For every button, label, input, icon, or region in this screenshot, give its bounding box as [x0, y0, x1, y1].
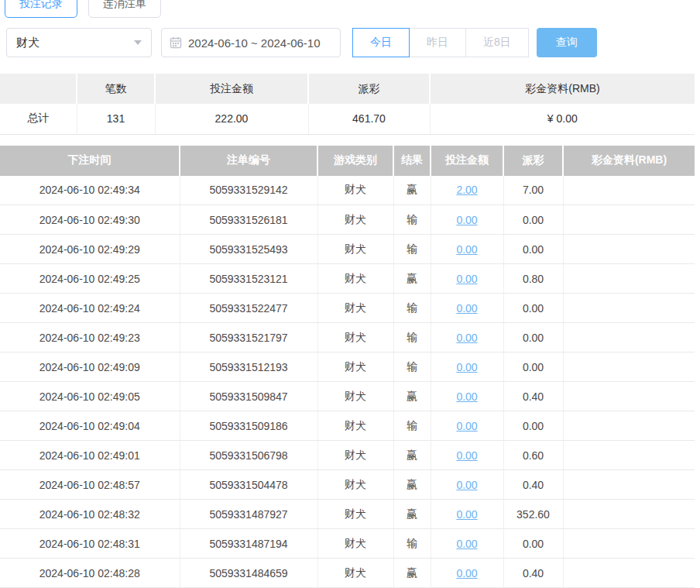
cell-order-id: 5059331484659 [180, 559, 317, 588]
cell-bet-time: 2024-06-10 02:49:04 [0, 411, 180, 441]
cell-bonus [563, 352, 695, 382]
bet-amount-link[interactable]: 0.00 [456, 479, 477, 491]
cell-result: 输 [393, 294, 431, 323]
summary-total-bonus: ¥ 0.00 [430, 104, 695, 134]
bet-amount-link[interactable]: 0.00 [456, 449, 477, 462]
cell-order-id: 5059331529142 [180, 176, 317, 205]
table-row: 2024-06-10 02:48:28 5059331484659 财犬 赢 0… [0, 559, 695, 588]
filter-bar: 财犬 2024-06-10 ~ 2024-06-10 今日 昨日 近8日 查询 [6, 28, 700, 57]
cell-bonus [563, 441, 695, 470]
cell-payout: 0.40 [503, 559, 563, 588]
cell-bonus [563, 500, 695, 529]
cell-bet-time: 2024-06-10 02:49:34 [0, 176, 180, 205]
cell-bet-time: 2024-06-10 02:49:24 [0, 294, 180, 323]
game-select[interactable]: 财犬 [6, 28, 152, 57]
table-row: 2024-06-10 02:49:05 5059331509847 财犬 赢 0… [0, 382, 695, 411]
summary-header-payout: 派彩 [308, 74, 430, 104]
game-select-value: 财犬 [16, 36, 39, 50]
cell-bonus [563, 205, 695, 235]
bet-amount-link[interactable]: 0.00 [456, 508, 477, 521]
quick-date-button-group: 今日 昨日 近8日 [352, 28, 529, 57]
cell-bet-time: 2024-06-10 02:49:09 [0, 352, 180, 382]
yesterday-button[interactable]: 昨日 [409, 28, 466, 57]
summary-total-label: 总计 [0, 104, 77, 134]
bet-amount-link[interactable]: 0.00 [456, 567, 477, 579]
records-header-game: 游戏类别 [317, 146, 393, 176]
cell-game-type: 财犬 [317, 294, 393, 323]
bet-amount-link[interactable]: 0.00 [456, 361, 477, 373]
today-button[interactable]: 今日 [352, 28, 410, 57]
cell-game-type: 财犬 [317, 411, 393, 441]
table-row: 2024-06-10 02:48:57 5059331504478 财犬 赢 0… [0, 470, 695, 500]
cell-payout: 0.00 [503, 235, 563, 264]
summary-total-bet-amount: 222.00 [155, 104, 308, 134]
date-range-input[interactable]: 2024-06-10 ~ 2024-06-10 [161, 28, 341, 57]
summary-total-row: 总计 131 222.00 461.70 ¥ 0.00 [0, 104, 695, 134]
cell-payout: 0.00 [503, 294, 563, 323]
cell-bet-time: 2024-06-10 02:48:28 [0, 559, 180, 588]
cell-bonus [563, 176, 695, 205]
calendar-icon [170, 36, 182, 49]
cell-order-id: 5059331521797 [180, 323, 317, 352]
records-header-bet: 投注金额 [431, 146, 503, 176]
bet-amount-link[interactable]: 0.00 [456, 390, 477, 403]
cell-game-type: 财犬 [317, 323, 393, 352]
cell-result: 输 [393, 529, 431, 559]
cell-bonus [563, 411, 695, 441]
cell-game-type: 财犬 [317, 352, 393, 382]
cell-result: 输 [393, 411, 431, 441]
bet-amount-link[interactable]: 0.00 [456, 243, 477, 256]
cell-result: 赢 [393, 176, 431, 205]
cell-game-type: 财犬 [317, 264, 393, 294]
cell-game-type: 财犬 [317, 176, 393, 205]
summary-total-payout: 461.70 [308, 104, 430, 134]
bet-amount-link[interactable]: 0.00 [456, 302, 477, 315]
cell-bonus [563, 235, 695, 264]
cell-bonus [563, 294, 695, 323]
cell-bet-amount: 0.00 [431, 441, 503, 470]
bet-amount-link[interactable]: 0.00 [456, 538, 477, 550]
cell-order-id: 5059331509186 [180, 411, 317, 441]
tab-bet-records[interactable]: 投注记录 [5, 0, 77, 18]
cell-bet-amount: 0.00 [431, 559, 503, 588]
records-header-payout: 派彩 [503, 146, 563, 176]
cell-bet-amount: 0.00 [431, 470, 503, 500]
cell-bonus [563, 470, 695, 500]
bet-amount-link[interactable]: 0.00 [456, 273, 477, 285]
cell-bet-time: 2024-06-10 02:49:05 [0, 382, 180, 411]
cell-payout: 0.00 [503, 352, 563, 382]
cell-result: 赢 [393, 559, 431, 588]
cell-bet-amount: 0.00 [431, 382, 503, 411]
cell-bet-amount: 2.00 [431, 176, 503, 205]
last-8-days-button[interactable]: 近8日 [465, 28, 529, 57]
cell-bet-amount: 0.00 [431, 411, 503, 441]
table-row: 2024-06-10 02:49:30 5059331526181 财犬 输 0… [0, 205, 695, 235]
cell-bonus [563, 382, 695, 411]
cell-order-id: 5059331509847 [180, 382, 317, 411]
cell-bet-amount: 0.00 [431, 205, 503, 235]
bet-amount-link[interactable]: 0.00 [456, 214, 477, 226]
cell-order-id: 5059331504478 [180, 470, 317, 500]
table-row: 2024-06-10 02:49:09 5059331512193 财犬 输 0… [0, 352, 695, 382]
bet-amount-link[interactable]: 2.00 [456, 184, 477, 196]
cell-game-type: 财犬 [317, 235, 393, 264]
cell-payout: 0.60 [503, 441, 563, 470]
cell-bet-time: 2024-06-10 02:49:25 [0, 264, 180, 294]
tabs-bar: 投注记录 连消注单 [5, 0, 700, 18]
cell-result: 输 [393, 352, 431, 382]
cell-bet-time: 2024-06-10 02:49:30 [0, 205, 180, 235]
cell-order-id: 5059331525493 [180, 235, 317, 264]
cell-bonus [563, 323, 695, 352]
cell-order-id: 5059331523121 [180, 264, 317, 294]
cell-bet-amount: 0.00 [431, 294, 503, 323]
search-button[interactable]: 查询 [537, 28, 597, 57]
cell-bet-time: 2024-06-10 02:49:01 [0, 441, 180, 470]
cell-order-id: 5059331512193 [180, 352, 317, 382]
bet-amount-link[interactable]: 0.00 [456, 332, 477, 344]
cell-bet-amount: 0.00 [431, 352, 503, 382]
tab-cancelled-orders[interactable]: 连消注单 [88, 0, 161, 18]
summary-header-blank [0, 74, 77, 104]
cell-result: 赢 [393, 500, 431, 529]
table-row: 2024-06-10 02:48:32 5059331487927 财犬 赢 0… [0, 500, 695, 529]
bet-amount-link[interactable]: 0.00 [456, 420, 477, 432]
